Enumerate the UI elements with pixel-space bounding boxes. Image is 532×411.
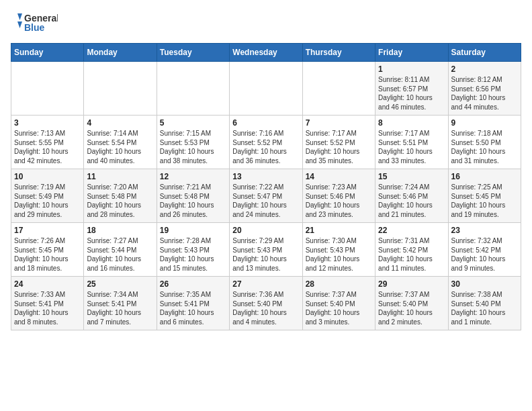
day-info: Sunrise: 7:21 AM Sunset: 5:48 PM Dayligh… bbox=[160, 183, 226, 219]
calendar-cell bbox=[11, 62, 84, 116]
day-info: Sunrise: 7:26 AM Sunset: 5:45 PM Dayligh… bbox=[14, 236, 81, 273]
calendar-cell: 6Sunrise: 7:16 AM Sunset: 5:52 PM Daylig… bbox=[230, 116, 302, 169]
day-number: 12 bbox=[160, 172, 226, 181]
day-number: 23 bbox=[451, 226, 518, 235]
day-info: Sunrise: 7:28 AM Sunset: 5:43 PM Dayligh… bbox=[160, 236, 226, 273]
svg-text:Blue: Blue bbox=[24, 22, 45, 33]
calendar-cell bbox=[230, 62, 302, 116]
day-info: Sunrise: 7:25 AM Sunset: 5:45 PM Dayligh… bbox=[451, 183, 518, 219]
calendar-cell: 25Sunrise: 7:34 AM Sunset: 5:41 PM Dayli… bbox=[84, 277, 157, 330]
day-number: 9 bbox=[451, 118, 518, 128]
calendar-week-row: 1Sunrise: 8:11 AM Sunset: 6:57 PM Daylig… bbox=[11, 62, 521, 116]
day-number: 8 bbox=[378, 118, 445, 128]
day-number: 2 bbox=[451, 64, 518, 74]
day-of-week-header: Monday bbox=[84, 44, 157, 62]
day-of-week-header: Wednesday bbox=[230, 44, 302, 62]
calendar-cell: 8Sunrise: 7:17 AM Sunset: 5:51 PM Daylig… bbox=[375, 116, 448, 169]
calendar-cell bbox=[84, 62, 157, 116]
calendar-cell: 21Sunrise: 7:30 AM Sunset: 5:43 PM Dayli… bbox=[302, 223, 375, 277]
day-info: Sunrise: 7:18 AM Sunset: 5:50 PM Dayligh… bbox=[451, 129, 518, 165]
calendar-cell bbox=[302, 62, 375, 116]
day-number: 26 bbox=[160, 279, 226, 289]
day-info: Sunrise: 7:37 AM Sunset: 5:40 PM Dayligh… bbox=[378, 290, 445, 326]
calendar-cell: 20Sunrise: 7:29 AM Sunset: 5:43 PM Dayli… bbox=[230, 223, 302, 277]
day-number: 20 bbox=[232, 226, 299, 235]
day-info: Sunrise: 7:38 AM Sunset: 5:40 PM Dayligh… bbox=[451, 290, 518, 326]
day-number: 7 bbox=[306, 118, 372, 128]
day-of-week-header: Friday bbox=[375, 44, 448, 62]
calendar-cell: 14Sunrise: 7:23 AM Sunset: 5:46 PM Dayli… bbox=[302, 169, 375, 223]
day-number: 29 bbox=[378, 279, 445, 289]
svg-marker-2 bbox=[17, 13, 22, 20]
day-number: 30 bbox=[451, 279, 518, 289]
day-number: 15 bbox=[378, 172, 445, 181]
day-of-week-header: Tuesday bbox=[157, 44, 229, 62]
day-info: Sunrise: 7:15 AM Sunset: 5:53 PM Dayligh… bbox=[160, 129, 226, 165]
day-info: Sunrise: 7:33 AM Sunset: 5:41 PM Dayligh… bbox=[14, 290, 81, 326]
calendar-cell: 13Sunrise: 7:22 AM Sunset: 5:47 PM Dayli… bbox=[230, 169, 302, 223]
calendar-cell: 10Sunrise: 7:19 AM Sunset: 5:49 PM Dayli… bbox=[11, 169, 84, 223]
calendar-table: SundayMondayTuesdayWednesdayThursdayFrid… bbox=[11, 43, 521, 330]
day-of-week-header: Saturday bbox=[448, 44, 521, 62]
calendar-cell: 2Sunrise: 8:12 AM Sunset: 6:56 PM Daylig… bbox=[448, 62, 521, 116]
day-number: 21 bbox=[306, 226, 372, 235]
calendar-week-row: 24Sunrise: 7:33 AM Sunset: 5:41 PM Dayli… bbox=[11, 277, 521, 330]
day-number: 27 bbox=[232, 279, 299, 289]
page-header: General Blue bbox=[11, 11, 521, 35]
day-info: Sunrise: 7:13 AM Sunset: 5:55 PM Dayligh… bbox=[14, 129, 81, 165]
calendar-cell: 3Sunrise: 7:13 AM Sunset: 5:55 PM Daylig… bbox=[11, 116, 84, 169]
calendar-cell: 30Sunrise: 7:38 AM Sunset: 5:40 PM Dayli… bbox=[448, 277, 521, 330]
day-number: 10 bbox=[14, 172, 81, 181]
calendar-week-row: 10Sunrise: 7:19 AM Sunset: 5:49 PM Dayli… bbox=[11, 169, 521, 223]
calendar-cell: 19Sunrise: 7:28 AM Sunset: 5:43 PM Dayli… bbox=[157, 223, 229, 277]
calendar-cell: 18Sunrise: 7:27 AM Sunset: 5:44 PM Dayli… bbox=[84, 223, 157, 277]
day-info: Sunrise: 7:17 AM Sunset: 5:51 PM Dayligh… bbox=[378, 129, 445, 165]
calendar-week-row: 3Sunrise: 7:13 AM Sunset: 5:55 PM Daylig… bbox=[11, 116, 521, 169]
calendar-cell: 7Sunrise: 7:17 AM Sunset: 5:52 PM Daylig… bbox=[302, 116, 375, 169]
svg-marker-3 bbox=[17, 21, 22, 28]
day-info: Sunrise: 7:34 AM Sunset: 5:41 PM Dayligh… bbox=[87, 290, 153, 326]
day-number: 19 bbox=[160, 226, 226, 235]
day-number: 4 bbox=[87, 118, 153, 128]
day-number: 22 bbox=[378, 226, 445, 235]
day-info: Sunrise: 7:36 AM Sunset: 5:40 PM Dayligh… bbox=[232, 290, 299, 326]
day-number: 14 bbox=[306, 172, 372, 181]
day-number: 11 bbox=[87, 172, 153, 181]
day-info: Sunrise: 7:29 AM Sunset: 5:43 PM Dayligh… bbox=[232, 236, 299, 273]
day-number: 25 bbox=[87, 279, 153, 289]
day-number: 28 bbox=[306, 279, 372, 289]
day-info: Sunrise: 7:32 AM Sunset: 5:42 PM Dayligh… bbox=[451, 236, 518, 273]
day-number: 1 bbox=[378, 64, 445, 74]
calendar-cell: 15Sunrise: 7:24 AM Sunset: 5:46 PM Dayli… bbox=[375, 169, 448, 223]
day-info: Sunrise: 7:17 AM Sunset: 5:52 PM Dayligh… bbox=[306, 129, 372, 165]
calendar-cell: 17Sunrise: 7:26 AM Sunset: 5:45 PM Dayli… bbox=[11, 223, 84, 277]
calendar-cell: 4Sunrise: 7:14 AM Sunset: 5:54 PM Daylig… bbox=[84, 116, 157, 169]
calendar-cell: 12Sunrise: 7:21 AM Sunset: 5:48 PM Dayli… bbox=[157, 169, 229, 223]
day-info: Sunrise: 7:23 AM Sunset: 5:46 PM Dayligh… bbox=[306, 183, 372, 219]
calendar-cell: 24Sunrise: 7:33 AM Sunset: 5:41 PM Dayli… bbox=[11, 277, 84, 330]
calendar-cell: 22Sunrise: 7:31 AM Sunset: 5:42 PM Dayli… bbox=[375, 223, 448, 277]
day-info: Sunrise: 7:14 AM Sunset: 5:54 PM Dayligh… bbox=[87, 129, 153, 165]
calendar-cell: 26Sunrise: 7:35 AM Sunset: 5:41 PM Dayli… bbox=[157, 277, 229, 330]
calendar-cell: 11Sunrise: 7:20 AM Sunset: 5:48 PM Dayli… bbox=[84, 169, 157, 223]
day-number: 16 bbox=[451, 172, 518, 181]
day-info: Sunrise: 7:27 AM Sunset: 5:44 PM Dayligh… bbox=[87, 236, 153, 273]
calendar-cell: 28Sunrise: 7:37 AM Sunset: 5:40 PM Dayli… bbox=[302, 277, 375, 330]
logo-svg: General Blue bbox=[11, 11, 58, 35]
day-info: Sunrise: 7:37 AM Sunset: 5:40 PM Dayligh… bbox=[306, 290, 372, 326]
day-info: Sunrise: 7:31 AM Sunset: 5:42 PM Dayligh… bbox=[378, 236, 445, 273]
day-info: Sunrise: 7:35 AM Sunset: 5:41 PM Dayligh… bbox=[160, 290, 226, 326]
day-of-week-header: Thursday bbox=[302, 44, 375, 62]
calendar-cell: 27Sunrise: 7:36 AM Sunset: 5:40 PM Dayli… bbox=[230, 277, 302, 330]
day-number: 3 bbox=[14, 118, 81, 128]
day-info: Sunrise: 7:16 AM Sunset: 5:52 PM Dayligh… bbox=[232, 129, 299, 165]
calendar-cell: 9Sunrise: 7:18 AM Sunset: 5:50 PM Daylig… bbox=[448, 116, 521, 169]
calendar-cell: 1Sunrise: 8:11 AM Sunset: 6:57 PM Daylig… bbox=[375, 62, 448, 116]
calendar-cell bbox=[157, 62, 229, 116]
calendar-cell: 5Sunrise: 7:15 AM Sunset: 5:53 PM Daylig… bbox=[157, 116, 229, 169]
calendar-body: 1Sunrise: 8:11 AM Sunset: 6:57 PM Daylig… bbox=[11, 62, 521, 330]
day-number: 18 bbox=[87, 226, 153, 235]
calendar-cell: 16Sunrise: 7:25 AM Sunset: 5:45 PM Dayli… bbox=[448, 169, 521, 223]
day-number: 13 bbox=[232, 172, 299, 181]
day-info: Sunrise: 7:22 AM Sunset: 5:47 PM Dayligh… bbox=[232, 183, 299, 219]
